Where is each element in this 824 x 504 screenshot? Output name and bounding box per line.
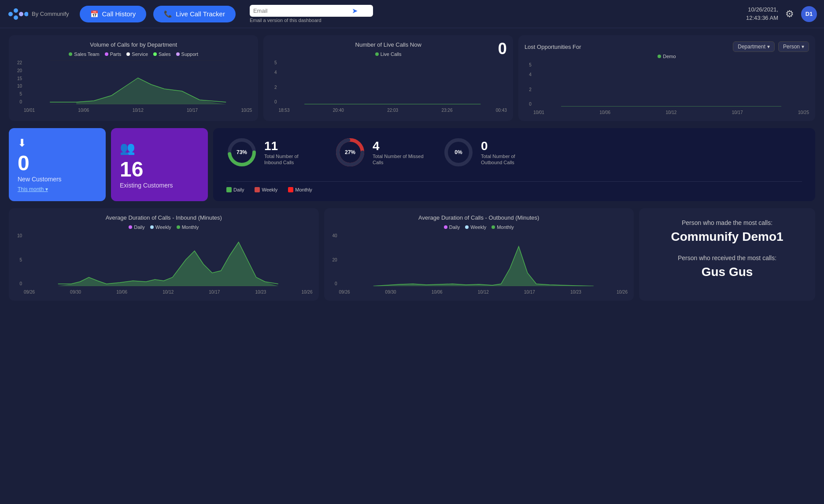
email-area: ➤ Email a version of this dashboard <box>250 5 739 23</box>
department-filter-button[interactable]: Department ▾ <box>733 41 775 52</box>
new-customers-number: 0 <box>18 153 30 174</box>
lost-opp-filters: Department ▾ Person ▾ <box>733 41 809 52</box>
received-label: Person who received the most calls: <box>678 254 776 261</box>
most-calls-label: Person who made the most calls: <box>682 219 772 226</box>
new-customers-label: New Customers <box>18 176 62 183</box>
chevron-down-icon: ▾ <box>767 44 770 50</box>
missed-stat-info: 4 Total Number of Missed Calls <box>373 139 425 166</box>
outbound-duration-chart-wrapper: 40200 09/2609/3010/0610/1210/1710/2310/2… <box>330 233 628 294</box>
logo-text: By Communify <box>32 11 69 17</box>
legend-sales: Sales <box>153 52 171 57</box>
legend-weekly-in: Weekly <box>150 224 171 230</box>
inbound-duration-chart-wrapper: 1050 09/2609/3010/0610/1210/1710/2310/26 <box>15 233 313 294</box>
lost-opp-y-axis: 5420 <box>525 63 533 107</box>
legend-weekly: Weekly <box>255 187 277 192</box>
inbound-stat-info: 11 Total Number of Inbound Calls <box>264 139 317 166</box>
inbound-duration-title: Average Duration of Calls - Inbound (Min… <box>15 214 313 221</box>
avatar[interactable]: D1 <box>801 6 817 22</box>
datetime: 10/26/2021, 12:43:36 AM <box>746 6 778 22</box>
volume-chart-wrapper: 2220151050 10/0110/0610/1210/1710/25 <box>15 60 252 113</box>
email-subtitle: Email a version of this dashboard <box>250 18 321 23</box>
legend-weekly-out: Weekly <box>465 224 486 230</box>
lost-opp-svg <box>533 63 809 107</box>
outbound-number: 0 <box>481 139 534 153</box>
inbound-stat-item: 73% 11 Total Number of Inbound Calls <box>226 137 317 168</box>
inbound-desc: Total Number of Inbound Calls <box>264 153 317 166</box>
svg-marker-17 <box>58 242 278 286</box>
live-chart-content: 18:5320:4022:0323:2600:43 <box>278 60 506 113</box>
legend-monthly-out: Monthly <box>491 224 514 230</box>
send-icon[interactable]: ➤ <box>352 7 358 15</box>
new-customers-card: ⬇ 0 New Customers This month ▾ <box>9 128 106 201</box>
outbound-desc: Total Number of Outbound Calls <box>481 153 534 166</box>
svg-point-4 <box>19 12 23 16</box>
volume-y-axis: 2220151050 <box>15 60 24 104</box>
volume-chart-svg <box>24 60 252 104</box>
outbound-duration-title: Average Duration of Calls - Outbound (Mi… <box>330 214 628 221</box>
middle-row: ⬇ 0 New Customers This month ▾ 👥 16 Exis… <box>9 128 815 201</box>
inbound-number: 11 <box>264 139 317 153</box>
outbound-duration-card: Average Duration of Calls - Outbound (Mi… <box>324 208 634 301</box>
legend-service: Service <box>126 52 148 57</box>
legend-support: Support <box>176 52 199 57</box>
existing-customers-card: 👥 16 Existing Customers <box>111 128 208 201</box>
outbound-duration-content: 09/2609/3010/0610/1210/1710/2310/26 <box>339 233 628 294</box>
volume-chart-card: Volume of Calls for by Department Sales … <box>9 35 258 121</box>
live-count-badge: 0 <box>498 40 507 58</box>
inbound-duration-svg <box>24 233 313 286</box>
volume-x-labels: 10/0110/0610/1210/1710/25 <box>24 108 252 113</box>
lost-opp-legend: Demo <box>525 54 809 59</box>
volume-chart-legend: Sales Team Parts Service Sales Support <box>15 52 252 57</box>
lost-opp-card: Lost Opportunities For Department ▾ Pers… <box>518 35 815 121</box>
live-chart-wrapper: 5420 18:5320:4022:0323:2600:43 <box>270 60 506 113</box>
legend-live-calls: Live Calls <box>375 52 402 57</box>
outbound-y-axis: 40200 <box>330 233 339 286</box>
email-input-row: ➤ <box>250 5 373 17</box>
chevron-down-icon-2: ▾ <box>802 44 804 50</box>
inbound-donut-label: 73% <box>236 149 247 155</box>
gear-icon[interactable]: ⚙ <box>785 8 794 20</box>
person-filter-button[interactable]: Person ▾ <box>778 41 809 52</box>
legend-demo: Demo <box>658 54 676 59</box>
lost-opp-chart-content: 10/0110/0610/1210/1710/25 <box>533 63 809 115</box>
volume-chart-content: 10/0110/0610/1210/1710/25 <box>24 60 252 113</box>
inbound-duration-content: 09/2609/3010/0610/1210/1710/2310/26 <box>24 233 313 294</box>
missed-number: 4 <box>373 139 425 153</box>
live-y-axis: 5420 <box>270 60 278 104</box>
outbound-stat-item: 0% 0 Total Number of Outbound Calls <box>443 137 534 168</box>
missed-donut-label: 27% <box>345 149 355 155</box>
svg-marker-8 <box>50 78 226 104</box>
svg-point-3 <box>14 15 18 20</box>
top-charts-row: Volume of Calls for by Department Sales … <box>9 35 815 121</box>
inbound-y-axis: 1050 <box>15 233 24 286</box>
existing-customers-label: Existing Customers <box>120 182 173 189</box>
live-call-tracker-button[interactable]: 📞 Live Call Tracker <box>153 6 236 22</box>
inbound-x-labels: 09/2609/3010/0610/1210/1710/2310/26 <box>24 290 313 294</box>
outbound-donut: 0% <box>443 137 474 168</box>
missed-desc: Total Number of Missed Calls <box>373 153 425 166</box>
legend-daily-in: Daily <box>129 224 144 230</box>
received-name: Gus Gus <box>702 265 753 279</box>
lost-opp-chart-wrapper: 5420 10/0110/0610/1210/1710/25 <box>525 63 809 115</box>
header-right: 10/26/2021, 12:43:36 AM ⚙ D1 <box>746 6 817 22</box>
outbound-stat-info: 0 Total Number of Outbound Calls <box>481 139 534 166</box>
svg-marker-19 <box>373 246 593 286</box>
live-chart-svg <box>278 60 506 104</box>
live-chart-card: Number of Live Calls Now 0 Live Calls 54… <box>263 35 513 121</box>
missed-stat-item: 27% 4 Total Number of Missed Calls <box>335 137 425 168</box>
logo-icon <box>7 4 28 25</box>
email-input[interactable] <box>253 7 350 14</box>
legend-daily: Daily <box>226 187 244 192</box>
outbound-donut-label: 0% <box>454 149 462 155</box>
existing-customers-number: 16 <box>120 159 143 180</box>
main-content: Volume of Calls for by Department Sales … <box>0 28 824 308</box>
call-stats-card: 73% 11 Total Number of Inbound Calls <box>213 128 815 201</box>
top-people-card: Person who made the most calls: Communif… <box>639 208 815 301</box>
bottom-charts-row: Average Duration of Calls - Inbound (Min… <box>9 208 815 301</box>
lost-opp-title: Lost Opportunities For <box>525 44 581 50</box>
outbound-duration-svg <box>339 233 628 286</box>
logo-area: By Communify <box>7 4 69 25</box>
call-history-button[interactable]: 📅 Call History <box>80 6 147 22</box>
legend-sales-team: Sales Team <box>69 52 99 57</box>
new-customers-link[interactable]: This month ▾ <box>18 186 48 192</box>
